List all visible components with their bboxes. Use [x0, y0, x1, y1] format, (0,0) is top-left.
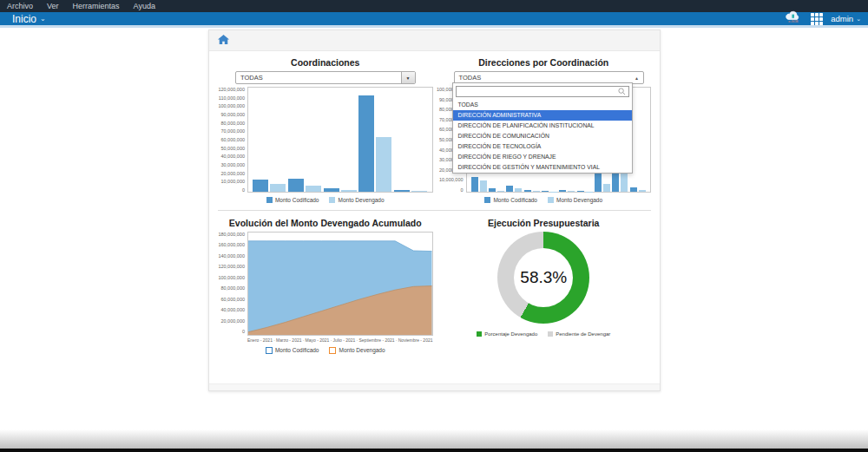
cloud-logo-icon: e-GOB: [784, 10, 803, 27]
section-divider: [218, 210, 651, 211]
bar-monto-devengado: [341, 190, 357, 192]
legend-label: Pendiente de Devengar: [556, 331, 610, 337]
legend-item: Monto Devengado: [329, 197, 384, 203]
bar-monto-devengado: [411, 191, 427, 192]
x-tick-label: Julio - 2021: [333, 337, 356, 343]
y-tick-label: 180,000,000: [218, 232, 245, 237]
bar-plot: [247, 87, 433, 193]
bar-monto-codificado: [471, 177, 478, 192]
dropdown-option[interactable]: DIRECCIÓN DE RIEGO Y DRENAJE: [453, 152, 632, 162]
x-tick-label: Enero - 2021: [247, 337, 273, 343]
legend-label: Monto Codificado: [493, 197, 537, 203]
dropdown-search-input[interactable]: [457, 88, 618, 96]
bar-monto-codificado: [358, 95, 374, 192]
page-title: Inicio: [12, 13, 36, 25]
bar-group: [524, 190, 540, 192]
menu-item-archivo[interactable]: Archivo: [7, 0, 33, 12]
dropdown-option[interactable]: DIRECCIÓN DE GESTIÓN Y MANTENIMIENTO VIA…: [453, 162, 632, 173]
bar-group: [542, 191, 557, 192]
card-header: [209, 30, 660, 51]
bar-group: [394, 190, 427, 193]
y-tick-label: 0: [460, 187, 463, 193]
legend-swatch: [548, 331, 553, 337]
x-axis-labels: Enero - 2021·Marzo - 2021·Mayo - 2021·Ju…: [247, 337, 433, 343]
chevron-down-icon: ⌄: [856, 16, 861, 23]
y-tick-label: 60,000,000: [220, 137, 245, 142]
y-tick-label: 40,000,000: [220, 307, 245, 312]
bar-group: [471, 177, 487, 192]
bar-monto-codificado: [524, 190, 531, 192]
dropdown-option[interactable]: DIRECCIÓN DE TECNOLOGÍA: [453, 141, 632, 152]
bar-group: [489, 188, 504, 192]
y-tick-label: 90,000,000: [220, 112, 245, 117]
bar-group: [630, 187, 646, 192]
apps-grid-icon[interactable]: [811, 13, 823, 25]
bar-monto-codificado: [394, 190, 410, 193]
dropdown-option[interactable]: DIRECCIÓN ADMINISTRATIVA: [453, 110, 632, 121]
y-tick-label: 40,000,000: [220, 154, 245, 159]
y-tick-label: 0: [242, 187, 245, 193]
user-menu[interactable]: admin ⌄: [831, 14, 861, 23]
bar-group: [577, 191, 593, 192]
donut-percentage: 58.3%: [497, 232, 589, 324]
appbar: Inicio ⌄ e-GOB admin ⌄: [0, 12, 868, 25]
x-tick-label: Marzo - 2021: [276, 337, 301, 343]
home-icon[interactable]: [218, 33, 229, 49]
y-tick-label: 110,000,000: [219, 95, 245, 101]
page-title-menu[interactable]: Inicio ⌄: [12, 13, 46, 25]
bar-monto-devengado: [568, 191, 575, 192]
y-tick-label: 20,000,000: [220, 318, 245, 324]
legend-label: Monto Devengado: [556, 197, 602, 203]
dropdown-option[interactable]: TODAS: [453, 100, 632, 110]
screen: ArchivoVerHerramientasAyuda Inicio ⌄ e-G…: [0, 0, 868, 452]
y-tick-label: 20,000,000: [220, 171, 245, 176]
y-tick-label: 80,000,000: [220, 121, 245, 126]
coordinaciones-select[interactable]: TODAS ▼: [235, 71, 416, 84]
chart-legend: Monto CodificadoMonto Devengado: [218, 196, 433, 204]
x-tick-label: ·: [396, 337, 398, 343]
chart-title: Ejecución Presupuestaria: [437, 218, 652, 228]
user-name: admin: [831, 14, 853, 23]
x-tick-label: Noviembre - 2021: [398, 337, 433, 343]
chevron-down-icon: ⌄: [40, 15, 46, 23]
y-tick-label: 100,000,000: [218, 103, 245, 108]
x-tick-label: Septiembre - 2021: [358, 337, 394, 343]
dropdown-option[interactable]: DIRECCIÓN DE COMUNICACIÓN: [453, 131, 632, 141]
y-tick-label: 50,000,000: [220, 146, 245, 151]
x-tick-label: ·: [273, 337, 275, 343]
bar-monto-devengado: [376, 137, 391, 192]
y-tick-label: 30,000,000: [220, 162, 245, 167]
search-icon: [618, 88, 626, 95]
y-tick-label: 10,000,000: [220, 179, 245, 184]
legend-label: Monto Codificado: [275, 197, 319, 203]
bar-group: [358, 95, 391, 192]
y-tick-label: 80,000,000: [220, 285, 245, 291]
direcciones-dropdown: TODASDIRECCIÓN ADMINISTRATIVADIRECCIÓN D…: [452, 82, 633, 174]
appbar-right: e-GOB admin ⌄: [784, 10, 861, 27]
y-tick-label: 10,000,000: [439, 177, 464, 182]
select-dropdown-button[interactable]: ▼: [401, 72, 415, 83]
bar-monto-devengado: [639, 190, 646, 192]
menu-item-herramientas[interactable]: Herramientas: [73, 0, 120, 12]
legend-item: Monto Codificado: [484, 197, 537, 203]
menu-item-ver[interactable]: Ver: [47, 0, 59, 12]
chart-title: Coordinaciones: [218, 57, 433, 68]
direcciones-dropdown-options: TODASDIRECCIÓN ADMINISTRATIVADIRECCIÓN D…: [453, 100, 632, 173]
legend-swatch: [329, 347, 336, 354]
x-tick-label: ·: [303, 337, 305, 343]
legend-item: Monto Codificado: [266, 197, 319, 203]
chart-ejecucion: Ejecución Presupuestaria 58.3% Porcentaj…: [435, 216, 654, 354]
card-footer: [209, 383, 660, 390]
chart-title: Evolución del Monto Devengado Acumulado: [218, 218, 433, 228]
area-plot: [247, 232, 433, 336]
menu-item-ayuda[interactable]: Ayuda: [134, 0, 155, 12]
legend-swatch: [484, 197, 490, 203]
bar-group: [324, 188, 357, 192]
x-tick-label: Mayo - 2021: [306, 337, 330, 343]
legend-swatch: [477, 331, 482, 337]
chart-title: Direcciones por Coordinación: [437, 57, 652, 68]
y-tick-label: 60,000,000: [220, 297, 245, 302]
dropdown-option[interactable]: DIRECCIÓN DE PLANIFICACIÓN INSTITUCIONAL: [453, 121, 632, 131]
bar-monto-codificado: [559, 190, 566, 192]
y-axis: 120,000,000110,000,000100,000,00090,000,…: [218, 87, 247, 193]
